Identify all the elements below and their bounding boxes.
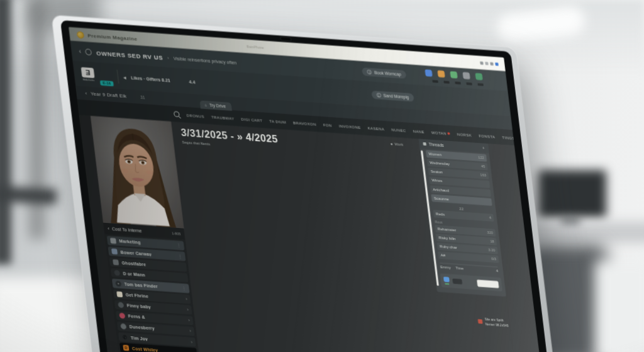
sidebar-item-label: Tim Joy (130, 336, 148, 341)
favicon[interactable] (480, 61, 484, 64)
circle-icon (120, 324, 126, 330)
reds-label: Reds (436, 212, 445, 216)
history-icon[interactable] (85, 48, 92, 55)
app-icon[interactable] (437, 71, 445, 78)
tab-label: Wotan (431, 130, 447, 135)
stats-label: Likes · Gifters 8.21 (131, 76, 170, 82)
tab-label: Fon (323, 122, 332, 127)
tab-item[interactable]: Traubway (211, 115, 234, 120)
panel-row-value: 3.20 (488, 248, 495, 253)
more-icon[interactable]: ⋮ (182, 285, 186, 290)
more-icon[interactable]: ⋮ (178, 253, 182, 258)
app-title: Premium Magazine (87, 32, 138, 42)
toggle-button[interactable] (452, 278, 462, 284)
grid-icon (111, 249, 118, 255)
app-icon[interactable] (462, 72, 470, 79)
header-actions: 1 Book Worncap (362, 67, 406, 79)
circle-icon (118, 302, 124, 309)
tab-item[interactable]: Nunec (391, 127, 406, 132)
tab-item[interactable]: Fonsta (479, 133, 496, 139)
panel-row-label: Seaton (431, 169, 443, 174)
more-icon[interactable]: ⋮ (177, 242, 181, 247)
tab-label: Bravoxon (292, 120, 316, 126)
sidebar-item-label: Get Fhrine (125, 293, 148, 299)
sidebar-item-label: Ghostfabre (121, 261, 146, 267)
sidebar-title: Cost To Interne (112, 227, 142, 233)
tab-overflow-count[interactable]: +10 (543, 138, 550, 142)
app-icon-label (466, 82, 472, 86)
webcam (280, 37, 291, 40)
phone-icon: ✆ (121, 334, 128, 341)
chevron-right-icon[interactable]: › (186, 297, 187, 301)
favicon[interactable] (495, 62, 499, 65)
background-monitor-stand (561, 217, 580, 233)
favicon[interactable] (490, 62, 494, 65)
search-icon[interactable] (174, 111, 180, 117)
primary-action-button[interactable]: 1 Book Worncap (362, 67, 406, 79)
secondary-action-button[interactable]: 1 Sand Morepig (371, 90, 414, 101)
logo-red-icon (478, 319, 483, 324)
grid-view-icon[interactable]: ⊞ (536, 137, 540, 142)
add-icon[interactable]: + (482, 146, 486, 150)
tab-label: Ta Dium (269, 119, 286, 124)
profile-photo (91, 116, 184, 229)
tab-item[interactable]: Dronus (186, 113, 204, 118)
sidebar-item-label: Finny baby (126, 304, 151, 310)
chevron-right-icon[interactable]: › (191, 339, 192, 344)
step-one-icon: 1 (376, 93, 381, 97)
sidebar-item-label: D or Mann (123, 271, 145, 277)
status-badge: E-16 (100, 81, 114, 86)
back-icon[interactable]: ‹ (108, 226, 110, 231)
workspace-label-text: Work (394, 142, 404, 147)
app-icon-label (477, 83, 483, 86)
back-icon[interactable]: ‹ (79, 48, 82, 55)
step-one-icon: 1 (367, 69, 372, 74)
tab-item[interactable]: Tings (502, 135, 515, 139)
back-icon[interactable]: ‹ (85, 91, 87, 96)
tab-item[interactable]: Nane (413, 128, 425, 133)
tab-item[interactable]: Ta Dium (269, 119, 286, 124)
footer-col: Emmy (440, 265, 451, 270)
chevron-right-icon[interactable]: › (187, 307, 189, 312)
panel-row-label: Risky bilin (438, 236, 456, 241)
favicon[interactable] (485, 62, 489, 65)
panel-row-label: Artichaud (433, 187, 449, 192)
panel-footer-row: Emmy Time 4 (440, 263, 498, 273)
app-icon[interactable] (475, 73, 482, 81)
tab-item[interactable]: Kasena (367, 125, 384, 130)
app-icon[interactable] (450, 71, 457, 79)
record-icon[interactable] (529, 137, 533, 140)
breadcrumb[interactable]: Year 9 Draft Elk (91, 91, 127, 99)
circle-icon (114, 270, 120, 276)
tab-item[interactable]: Wotan (431, 130, 450, 135)
tab-item[interactable]: Invoxone (338, 123, 361, 128)
list-icon (423, 142, 426, 145)
footer-col: 4 (496, 269, 499, 273)
background-monitor (538, 170, 606, 218)
app-icon[interactable] (425, 69, 432, 77)
app-icon-label (455, 81, 460, 84)
tab-label: Fonsta (479, 133, 496, 139)
monitor: Premium Magazine BamPhone ‹ OWNERS SED R… (52, 15, 565, 352)
sidebar-item-label: Ferns & (128, 314, 145, 320)
target-icon: • (115, 281, 121, 287)
dot-icon (391, 143, 392, 145)
tab-item[interactable]: Norsk (457, 132, 472, 137)
panel-card-button[interactable] (477, 280, 499, 288)
panel-row-label: Rehamster (438, 227, 457, 232)
sidebar-item-label: Marketing (119, 239, 141, 245)
chevron-right-icon[interactable]: › (189, 329, 191, 333)
tab-label: Nunec (391, 127, 406, 132)
tab-item[interactable]: Fon (323, 122, 332, 127)
sidebar-item-label: Cost Whiley (132, 346, 158, 352)
reds-value: 4 (489, 215, 492, 219)
panel-rows-bottom: Rehamster320Risky bilin18Ruby char3.20A#… (429, 225, 502, 264)
tab-item[interactable]: Digi Cart (241, 116, 263, 122)
app-logo-icon (77, 31, 84, 38)
tab-controls: • ⊞ +10 ≣ (524, 136, 552, 143)
chevron-right-icon[interactable]: › (188, 318, 190, 322)
tab-item[interactable]: Bravoxon (292, 120, 316, 126)
notification-badge (447, 132, 450, 134)
doc-icon (116, 292, 123, 298)
panel-row-label: Wednesday (430, 161, 450, 166)
